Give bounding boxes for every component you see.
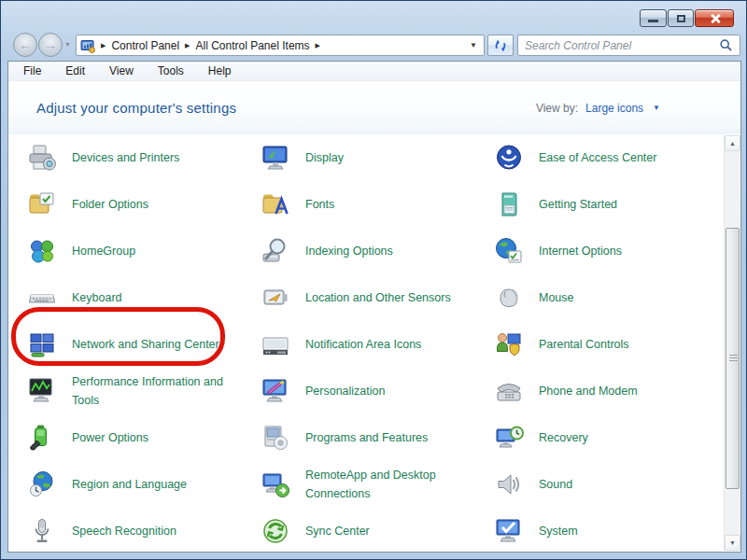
ease-of-access-icon — [494, 143, 524, 173]
phone-modem-icon — [494, 376, 524, 406]
folder-options-icon — [27, 189, 57, 219]
mouse-icon — [494, 283, 524, 313]
control-panel-item-display[interactable]: Display — [261, 134, 494, 181]
page-title: Adjust your computer's settings — [36, 100, 236, 116]
breadcrumb-control-panel[interactable]: Control Panel — [111, 39, 179, 52]
close-button[interactable] — [695, 9, 734, 27]
control-panel-item-devices-and-printers[interactable]: Devices and Printers — [27, 134, 261, 181]
menu-tools[interactable]: Tools — [158, 64, 184, 77]
programs-features-icon — [261, 423, 290, 453]
item-label: Recovery — [539, 428, 588, 447]
sync-center-icon — [261, 516, 290, 546]
scrollbar-grip-icon — [729, 355, 738, 363]
item-label: Devices and Printers — [72, 148, 179, 167]
control-panel-window: ← → ▼ ▶Control Panel▶All Control Panel I… — [0, 0, 747, 560]
search-icon[interactable] — [719, 38, 733, 52]
refresh-button[interactable] — [487, 35, 514, 56]
performance-icon — [27, 376, 57, 406]
control-panel-item-system[interactable]: System — [494, 508, 740, 552]
maximize-icon — [677, 15, 685, 22]
menu-edit[interactable]: Edit — [65, 64, 85, 77]
scrollbar-thumb[interactable] — [726, 228, 740, 489]
location-sensors-icon — [261, 283, 290, 313]
item-label: Speech Recognition — [72, 522, 176, 540]
sound-icon — [494, 469, 524, 499]
control-panel-item-phone-and-modem[interactable]: Phone and Modem — [494, 368, 740, 414]
items-area: Devices and PrintersDisplayEase of Acces… — [8, 134, 740, 552]
control-panel-item-keyboard[interactable]: Keyboard — [27, 274, 261, 321]
item-label: Sync Center — [305, 522, 370, 540]
item-label: Internet Options — [539, 242, 622, 260]
forward-button[interactable]: → — [38, 33, 63, 57]
breadcrumb-arrow-icon[interactable]: ▶ — [185, 42, 190, 49]
control-panel-item-network-and-sharing-center[interactable]: Network and Sharing Center — [27, 321, 261, 368]
item-label: RemoteApp and Desktop Connections — [305, 466, 466, 504]
address-bar[interactable]: ▶Control Panel▶All Control Panel Items▶ … — [76, 35, 485, 56]
breadcrumb-arrow-icon[interactable]: ▶ — [101, 42, 106, 49]
control-panel-item-region-and-language[interactable]: Region and Language — [27, 461, 261, 508]
back-button[interactable]: ← — [13, 33, 37, 57]
minimize-button[interactable] — [640, 9, 667, 27]
item-label: Location and Other Sensors — [305, 288, 451, 307]
control-panel-item-indexing-options[interactable]: Indexing Options — [261, 228, 494, 274]
scroll-up-icon[interactable]: ▲ — [725, 135, 740, 151]
getting-started-icon — [494, 189, 524, 219]
control-panel-item-folder-options[interactable]: Folder Options — [27, 181, 261, 228]
item-label: Keyboard — [72, 288, 122, 307]
recovery-icon — [494, 423, 524, 453]
remoteapp-icon — [261, 469, 290, 499]
header-bar: Adjust your computer's settings View by:… — [8, 81, 740, 134]
control-panel-item-sync-center[interactable]: Sync Center — [261, 508, 494, 552]
control-panel-item-location-and-other-sensors[interactable]: Location and Other Sensors — [261, 274, 494, 321]
control-panel-item-parental-controls[interactable]: Parental Controls — [494, 321, 740, 368]
breadcrumb-all-control-panel-items[interactable]: All Control Panel Items — [196, 39, 310, 52]
item-label: Fonts — [305, 195, 334, 214]
item-label: Notification Area Icons — [305, 335, 421, 354]
control-panel-item-getting-started[interactable]: Getting Started — [494, 181, 740, 228]
view-by-label: View by: — [536, 102, 578, 115]
item-label: HomeGroup — [72, 242, 135, 260]
client-area: FileEditViewToolsHelp Adjust your comput… — [7, 61, 741, 553]
view-by-value[interactable]: Large icons — [585, 102, 643, 115]
breadcrumb: ▶Control Panel▶All Control Panel Items▶ — [95, 39, 326, 52]
search-box[interactable]: Search Control Panel — [517, 35, 740, 56]
control-panel-item-internet-options[interactable]: Internet Options — [494, 228, 740, 274]
indexing-options-icon — [261, 236, 290, 266]
refresh-icon — [493, 38, 508, 53]
item-label: Mouse — [539, 288, 574, 307]
item-label: Getting Started — [539, 195, 617, 214]
control-panel-item-performance-information-and-tools[interactable]: Performance Information and Tools — [27, 368, 261, 414]
search-input[interactable]: Search Control Panel — [525, 39, 719, 52]
control-panel-item-recovery[interactable]: Recovery — [494, 414, 740, 461]
control-panel-item-homegroup[interactable]: HomeGroup — [27, 228, 261, 274]
control-panel-item-fonts[interactable]: Fonts — [261, 181, 494, 228]
control-panel-item-programs-and-features[interactable]: Programs and Features — [261, 414, 494, 461]
item-label: Programs and Features — [305, 428, 428, 447]
control-panel-item-mouse[interactable]: Mouse — [494, 274, 740, 321]
menu-file[interactable]: File — [23, 64, 41, 77]
maximize-button[interactable] — [668, 9, 694, 27]
control-panel-item-ease-of-access-center[interactable]: Ease of Access Center — [494, 134, 740, 181]
address-dropdown-icon[interactable]: ▼ — [470, 41, 477, 49]
item-label: Region and Language — [72, 475, 187, 494]
control-panel-item-remoteapp-and-desktop-connections[interactable]: RemoteApp and Desktop Connections — [261, 461, 494, 508]
scroll-down-icon[interactable]: ▼ — [725, 535, 740, 551]
view-by-dropdown-icon[interactable]: ▼ — [653, 104, 660, 112]
control-panel-item-sound[interactable]: Sound — [494, 461, 740, 508]
item-label: Network and Sharing Center — [72, 335, 219, 354]
menu-view[interactable]: View — [109, 64, 134, 77]
item-label: Power Options — [72, 428, 148, 447]
control-panel-item-speech-recognition[interactable]: Speech Recognition — [27, 508, 261, 552]
item-label: Performance Information and Tools — [72, 372, 233, 411]
display-icon — [261, 143, 290, 173]
control-panel-item-personalization[interactable]: Personalization — [261, 368, 494, 414]
control-panel-item-notification-area-icons[interactable]: Notification Area Icons — [261, 321, 494, 368]
breadcrumb-arrow-icon[interactable]: ▶ — [316, 42, 320, 49]
history-dropdown-icon[interactable]: ▼ — [64, 41, 71, 48]
view-by-control[interactable]: View by: Large icons ▼ — [536, 102, 660, 115]
item-label: Folder Options — [72, 195, 148, 214]
control-panel-item-power-options[interactable]: Power Options — [27, 414, 261, 461]
menu-help[interactable]: Help — [208, 64, 232, 77]
printer-icon — [27, 143, 57, 173]
scrollbar[interactable]: ▲ ▼ — [724, 135, 740, 551]
